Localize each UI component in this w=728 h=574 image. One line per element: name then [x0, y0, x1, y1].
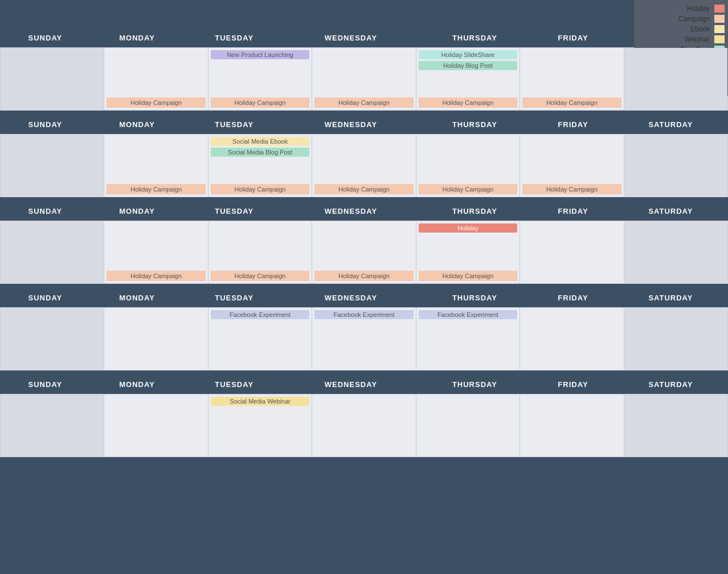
key-color-swatch [714, 5, 725, 13]
day-header-wednesday-week3: WEDNESDAY [285, 289, 418, 307]
separator-4 [0, 457, 728, 462]
day-header-friday-week4: FRIDAY [533, 376, 614, 394]
cell-week2-friday [520, 221, 624, 284]
cell-week4-saturday [624, 394, 727, 457]
key-item-label: Ebook [690, 25, 710, 33]
campaign-bar-week0-friday: Holiday Campaign [522, 97, 621, 108]
week-header-3: SUNDAYMONDAYTUESDAYWEDNESDAYTHURSDAYFRID… [0, 288, 728, 307]
key-item-label: Campaign [678, 15, 710, 23]
campaign-bar-week0-tuesday: Holiday Campaign [211, 97, 309, 108]
day-header-thursday-week4: THURSDAY [417, 376, 532, 394]
campaign-bar-week2-tuesday: Holiday Campaign [211, 271, 309, 281]
week-header-2: SUNDAYMONDAYTUESDAYWEDNESDAYTHURSDAYFRID… [0, 202, 728, 221]
cell-week0-thursday: Holiday SlideShareHoliday Blog PostHolid… [416, 48, 520, 111]
day-header-friday-week2: FRIDAY [533, 202, 614, 221]
cell-week1-saturday [624, 135, 727, 197]
week-header-4: SUNDAYMONDAYTUESDAYWEDNESDAYTHURSDAYFRID… [0, 375, 728, 394]
day-header-sunday-week2: SUNDAY [1, 202, 91, 221]
day-header-monday-week2: MONDAY [90, 202, 183, 221]
key-item-holiday: Holiday [634, 3, 728, 14]
cell-week4-tuesday: Social Media Webinar [208, 394, 312, 457]
separator-2 [0, 284, 728, 288]
cell-week1-monday: Holiday Campaign [104, 135, 208, 197]
tag-slideshare-week0-thursday-0: Holiday SlideShare [419, 50, 517, 59]
cell-week0-monday: Holiday Campaign [104, 48, 208, 111]
cell-week4-wednesday [312, 394, 416, 457]
cell-week2-monday: Holiday Campaign [104, 221, 208, 284]
cell-week2-saturday [624, 221, 727, 284]
key-color-swatch [714, 35, 725, 43]
campaign-bar-week0-monday: Holiday Campaign [107, 97, 205, 108]
cell-week0-saturday [624, 48, 727, 111]
calendar-container: SUNDAYMONDAYTUESDAYWEDNESDAYTHURSDAYFRID… [0, 29, 728, 462]
tag-experiment-week3-wednesday-0: Facebook Experiment [314, 310, 413, 319]
day-header-friday-week3: FRIDAY [533, 289, 614, 307]
campaign-bar-week1-wednesday: Holiday Campaign [314, 184, 413, 194]
cell-week0-tuesday: New Product LaunchingHoliday Campaign [208, 48, 312, 111]
week-row-3: Facebook ExperimentFacebook ExperimentFa… [0, 307, 728, 371]
day-header-thursday-week3: THURSDAY [417, 289, 532, 307]
day-header-sunday-week1: SUNDAY [1, 116, 91, 134]
day-header-saturday-week3: SATURDAY [614, 289, 727, 307]
day-header-saturday-week2: SATURDAY [614, 202, 727, 221]
key-color-swatch [714, 15, 725, 23]
day-header-monday-week1: MONDAY [90, 116, 183, 134]
cell-week2-wednesday: Holiday Campaign [312, 221, 416, 284]
day-header-saturday-week1: SATURDAY [614, 116, 727, 134]
week-row-4: Social Media Webinar [0, 394, 728, 457]
week-row-0: Holiday CampaignNew Product LaunchingHol… [0, 47, 728, 111]
key-item-label: Webinar [685, 35, 710, 43]
campaign-bar-week1-thursday: Holiday Campaign [419, 184, 517, 194]
cell-week1-wednesday: Holiday Campaign [312, 135, 416, 197]
cell-week3-monday [104, 308, 208, 371]
tag-experiment-week3-tuesday-0: Facebook Experiment [211, 310, 309, 319]
cell-week0-sunday [1, 48, 104, 111]
cell-week4-friday [520, 394, 624, 457]
tag-productlaunch-week0-tuesday-0: New Product Launching [211, 50, 309, 59]
day-header-tuesday-week1: TUESDAY [184, 116, 285, 134]
campaign-bar-week2-monday: Holiday Campaign [107, 271, 205, 281]
day-header-wednesday-week2: WEDNESDAY [285, 202, 418, 221]
campaign-bar-week2-wednesday: Holiday Campaign [314, 271, 413, 281]
campaign-bar-week2-thursday: Holiday Campaign [419, 271, 517, 281]
day-header-tuesday-week3: TUESDAY [184, 289, 285, 307]
week-header-0: SUNDAYMONDAYTUESDAYWEDNESDAYTHURSDAYFRID… [0, 29, 728, 47]
day-header-thursday-week2: THURSDAY [417, 202, 532, 221]
tag-blogpost-week0-thursday-1: Holiday Blog Post [419, 61, 517, 70]
key-item-label: Holiday [687, 5, 710, 13]
cell-week3-friday [520, 308, 624, 371]
cell-week0-wednesday: Holiday Campaign [312, 48, 416, 111]
campaign-bar-week0-wednesday: Holiday Campaign [314, 97, 413, 108]
campaign-bar-week1-tuesday: Holiday Campaign [211, 184, 309, 194]
header: HolidayCampaignEbookWebinarBlog PostSlid… [0, 0, 728, 29]
cell-week1-sunday [1, 135, 104, 197]
cell-week3-sunday [1, 308, 104, 371]
week-row-2: Holiday CampaignHoliday CampaignHoliday … [0, 221, 728, 284]
cell-week2-tuesday: Holiday Campaign [208, 221, 312, 284]
day-header-thursday-week1: THURSDAY [417, 116, 532, 134]
key-item-ebook: Ebook [634, 24, 728, 34]
cell-week2-thursday: HolidayHoliday Campaign [416, 221, 520, 284]
key-color-swatch [714, 25, 725, 33]
separator-0 [0, 111, 728, 115]
tag-ebook-week1-tuesday-0: Social Media Ebook [211, 137, 309, 146]
tag-experiment-week3-thursday-0: Facebook Experiment [419, 310, 517, 319]
key-item-webinar: Webinar [634, 34, 728, 44]
day-header-friday-week0: FRIDAY [533, 29, 614, 47]
day-header-wednesday-week0: WEDNESDAY [285, 29, 418, 47]
day-header-sunday-week0: SUNDAY [1, 29, 91, 47]
day-header-monday-week3: MONDAY [90, 289, 183, 307]
cell-week3-wednesday: Facebook Experiment [312, 308, 416, 371]
separator-1 [0, 197, 728, 202]
campaign-bar-week0-thursday: Holiday Campaign [419, 97, 517, 108]
day-header-tuesday-week0: TUESDAY [184, 29, 285, 47]
cell-week4-monday [104, 394, 208, 457]
campaign-bar-week1-monday: Holiday Campaign [107, 184, 205, 194]
cell-week0-friday: Holiday Campaign [520, 48, 624, 111]
cell-week3-saturday [624, 308, 727, 371]
cell-week4-sunday [1, 394, 104, 457]
cell-week1-thursday: Holiday Campaign [416, 135, 520, 197]
cell-week4-thursday [416, 394, 520, 457]
day-header-wednesday-week1: WEDNESDAY [285, 116, 418, 134]
cell-week2-sunday [1, 221, 104, 284]
